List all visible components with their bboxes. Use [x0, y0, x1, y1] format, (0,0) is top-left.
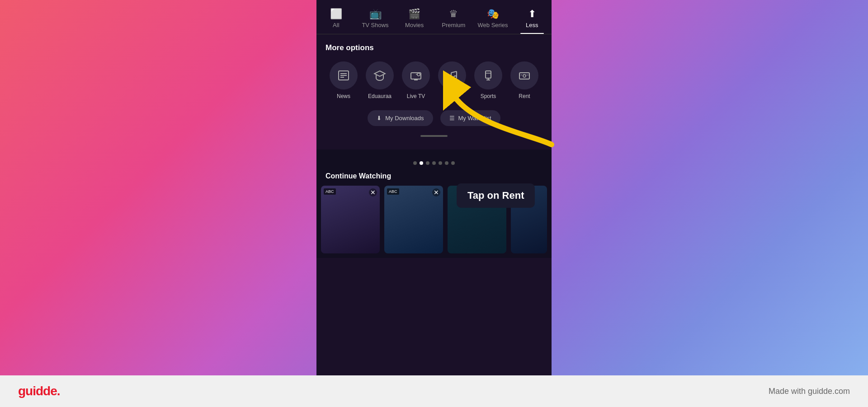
tab-less[interactable]: ⬆ Less — [512, 5, 552, 34]
tab-less-label: Less — [526, 22, 538, 28]
option-eduauraa[interactable]: Eduauraa — [366, 61, 394, 99]
all-icon: ⬜ — [330, 8, 342, 20]
nav-tabs: ⬜ All 📺 TV Shows 🎬 Movies ♛ Premium 🎭 We… — [316, 0, 552, 34]
tab-web-series[interactable]: 🎭 Web Series — [473, 5, 513, 34]
tab-web-series-label: Web Series — [478, 22, 508, 28]
downloads-button[interactable]: ⬇ My Downloads — [368, 110, 433, 126]
web-series-icon: 🎭 — [487, 8, 499, 20]
option-news[interactable]: News — [330, 61, 358, 99]
tab-movies[interactable]: 🎬 Movies — [395, 5, 434, 34]
tab-all-label: All — [333, 22, 339, 28]
tab-premium[interactable]: ♛ Premium — [434, 5, 473, 34]
tab-tv-shows-label: TV Shows — [362, 22, 388, 28]
tab-premium-label: Premium — [442, 22, 465, 28]
tab-all[interactable]: ⬜ All — [316, 5, 356, 34]
footer-tagline: Made with guidde.com — [769, 387, 850, 396]
option-live-tv[interactable]: Live TV — [402, 61, 430, 99]
thumb-2-label: ABC — [387, 188, 399, 195]
svg-line-8 — [416, 74, 418, 75]
download-icon: ⬇ — [377, 115, 382, 122]
thumbnail-1[interactable]: ABC ✕ — [321, 186, 380, 253]
tab-movies-label: Movies — [405, 22, 424, 28]
tv-icon: 📺 — [369, 8, 382, 20]
live-tv-label: Live TV — [407, 93, 425, 99]
news-label: News — [337, 93, 350, 99]
tooltip-text: Tap on Rent — [467, 190, 524, 201]
thumb-1-close[interactable]: ✕ — [369, 188, 377, 196]
news-icon-circle — [330, 61, 358, 89]
less-icon: ⬆ — [528, 8, 536, 20]
svg-point-7 — [417, 73, 420, 76]
tap-on-rent-tooltip: Tap on Rent — [457, 183, 535, 208]
more-options-title: More options — [326, 43, 542, 52]
dot-2 — [420, 161, 423, 165]
footer: guidde. Made with guidde.com — [0, 375, 868, 407]
live-tv-icon-circle — [402, 61, 430, 89]
eduauraa-icon-circle — [366, 61, 394, 89]
thumbnail-2[interactable]: ABC ✕ — [384, 186, 443, 253]
guidde-logo: guidde. — [18, 384, 60, 398]
tab-tv-shows[interactable]: 📺 TV Shows — [356, 5, 395, 34]
premium-icon: ♛ — [449, 8, 458, 20]
downloads-label: My Downloads — [385, 115, 424, 122]
continue-watching-title: Continue Watching — [326, 172, 391, 180]
thumb-2-close[interactable]: ✕ — [432, 188, 440, 196]
dot-5 — [439, 161, 442, 165]
annotation-container: Tap on Rent — [443, 63, 601, 208]
dot-1 — [413, 161, 417, 165]
eduauraa-label: Eduauraa — [368, 93, 392, 99]
annotation-arrow — [443, 63, 579, 163]
dot-3 — [426, 161, 429, 165]
thumb-1-label: ABC — [324, 188, 336, 195]
dot-4 — [432, 161, 436, 165]
movies-icon: 🎬 — [408, 8, 420, 20]
